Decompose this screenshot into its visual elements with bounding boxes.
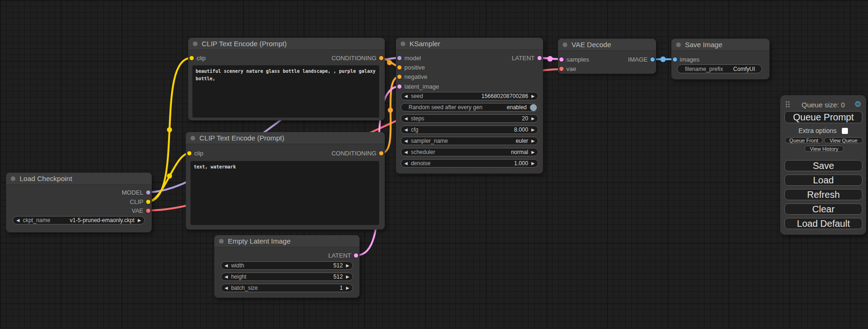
increment-icon[interactable]: ▶ — [531, 94, 535, 98]
latent-port-dot-icon[interactable] — [559, 57, 564, 62]
widget-height[interactable]: ◀ height 512 ▶ — [221, 273, 353, 281]
node-title-bar[interactable]: CLIP Text Encode (Prompt) — [188, 38, 385, 50]
widget-width[interactable]: ◀ width 512 ▶ — [221, 261, 353, 270]
latent-port-dot-icon[interactable] — [537, 56, 542, 60]
node-clip-text-encode-positive[interactable]: CLIP Text Encode (Prompt) clip CONDITION… — [188, 38, 385, 120]
decrement-icon[interactable]: ◀ — [225, 264, 228, 268]
node-vae-decode[interactable]: VAE Decode samples vae IMAGE — [558, 39, 656, 74]
decrement-icon[interactable]: ◀ — [16, 218, 20, 223]
collapse-dot-icon[interactable] — [563, 42, 567, 47]
input-port-vae[interactable]: vae — [559, 65, 576, 72]
load-default-button[interactable]: Load Default — [784, 218, 862, 229]
decrement-icon[interactable]: ◀ — [404, 161, 408, 166]
latent-port-dot-icon[interactable] — [354, 253, 358, 258]
collapse-dot-icon[interactable] — [401, 42, 405, 46]
link-midpoint-dot[interactable] — [167, 127, 172, 133]
decrement-icon[interactable]: ◀ — [404, 94, 408, 98]
node-load-checkpoint[interactable]: Load Checkpoint MODEL CLIP VAE ◀ ckpt_na… — [6, 173, 152, 232]
output-port-image[interactable]: IMAGE — [628, 56, 655, 63]
input-port-images[interactable]: images — [673, 56, 699, 63]
node-title-bar[interactable]: VAE Decode — [558, 39, 656, 51]
widget-scheduler[interactable]: ◀ scheduler normal ▶ — [401, 148, 538, 156]
output-port-latent[interactable]: LATENT — [328, 252, 358, 259]
input-port-samples[interactable]: samples — [559, 56, 589, 63]
collapse-dot-icon[interactable] — [219, 239, 224, 244]
input-port-clip[interactable]: clip — [190, 55, 206, 62]
decrement-icon[interactable]: ◀ — [404, 139, 408, 143]
node-title-bar[interactable]: Empty Latent Image — [214, 235, 360, 247]
latent-port-dot-icon[interactable] — [397, 84, 402, 89]
input-port-model[interactable]: model — [397, 55, 421, 62]
output-port-model[interactable]: MODEL — [122, 189, 150, 196]
vae-port-dot-icon[interactable] — [559, 67, 564, 71]
view-history-button[interactable]: View History — [804, 146, 844, 152]
input-port-latent-image[interactable]: latent_image — [397, 83, 439, 90]
input-port-negative[interactable]: negative — [397, 73, 427, 80]
output-port-vae[interactable]: VAE — [132, 207, 150, 214]
increment-icon[interactable]: ▶ — [346, 286, 349, 290]
link-midpoint-dot[interactable] — [547, 56, 553, 62]
collapse-dot-icon[interactable] — [676, 42, 681, 47]
link-midpoint-dot[interactable] — [387, 60, 392, 65]
widget-steps[interactable]: ◀ steps 20 ▶ — [401, 114, 538, 123]
image-port-dot-icon[interactable] — [650, 57, 655, 62]
load-button[interactable]: Load — [784, 175, 862, 186]
link-midpoint-dot[interactable] — [167, 174, 172, 179]
settings-gear-icon[interactable]: ⚙ — [854, 100, 861, 108]
decrement-icon[interactable]: ◀ — [404, 128, 408, 132]
widget-seed[interactable]: ◀ seed 156680208700286 ▶ — [401, 92, 538, 100]
output-port-conditioning[interactable]: CONDITIONING — [332, 150, 383, 157]
collapse-dot-icon[interactable] — [191, 136, 195, 140]
prompt-textarea[interactable]: beautiful scenery nature glass bottle la… — [192, 65, 379, 118]
clear-button[interactable]: Clear — [784, 203, 862, 215]
widget-sampler-name[interactable]: ◀ sampler_name euler ▶ — [401, 137, 538, 145]
output-port-clip[interactable]: CLIP — [130, 198, 150, 205]
view-queue-button[interactable]: View Queue — [824, 137, 863, 143]
collapse-dot-icon[interactable] — [193, 42, 198, 46]
node-title-bar[interactable]: CLIP Text Encode (Prompt) — [186, 132, 385, 144]
decrement-icon[interactable]: ◀ — [404, 150, 408, 154]
model-port-dot-icon[interactable] — [397, 56, 402, 60]
increment-icon[interactable]: ▶ — [531, 117, 535, 121]
conditioning-port-dot-icon[interactable] — [379, 56, 383, 60]
widget-ckpt-name[interactable]: ◀ ckpt_name v1-5-pruned-emaonly.ckpt ▶ — [13, 216, 145, 224]
collapse-dot-icon[interactable] — [11, 176, 15, 181]
input-port-positive[interactable]: positive — [397, 64, 425, 71]
conditioning-port-dot-icon[interactable] — [379, 151, 383, 155]
link-midpoint-dot[interactable] — [660, 56, 666, 62]
increment-icon[interactable]: ▶ — [346, 275, 349, 279]
prompt-textarea[interactable]: text, watermark — [191, 161, 379, 225]
widget-random-seed-toggle[interactable]: Random seed after every gen enabled — [401, 103, 538, 112]
decrement-icon[interactable]: ◀ — [225, 286, 228, 290]
model-port-dot-icon[interactable] — [146, 190, 150, 195]
node-save-image[interactable]: Save Image images filename_prefix ComfyU… — [671, 39, 769, 79]
node-ksampler[interactable]: KSampler model positive negative latent_… — [396, 38, 543, 174]
clip-port-dot-icon[interactable] — [190, 56, 194, 60]
node-title-bar[interactable]: Save Image — [671, 39, 769, 51]
extra-options-checkbox[interactable] — [842, 128, 848, 134]
node-title-bar[interactable]: Load Checkpoint — [6, 173, 152, 185]
refresh-button[interactable]: Refresh — [784, 189, 862, 200]
widget-batch-size[interactable]: ◀ batch_size 1 ▶ — [221, 284, 353, 292]
widget-cfg[interactable]: ◀ cfg 8.000 ▶ — [401, 126, 538, 134]
increment-icon[interactable]: ▶ — [531, 139, 535, 143]
decrement-icon[interactable]: ◀ — [404, 117, 408, 121]
node-clip-text-encode-negative[interactable]: CLIP Text Encode (Prompt) clip CONDITION… — [186, 132, 385, 230]
output-port-conditioning[interactable]: CONDITIONING — [332, 55, 383, 62]
node-title-bar[interactable]: KSampler — [396, 38, 543, 50]
queue-prompt-button[interactable]: Queue Prompt — [784, 111, 862, 123]
image-port-dot-icon[interactable] — [673, 57, 677, 62]
save-button[interactable]: Save — [784, 160, 862, 171]
node-empty-latent-image[interactable]: Empty Latent Image LATENT ◀ width 512 ▶ … — [214, 235, 360, 298]
increment-icon[interactable]: ▶ — [531, 128, 535, 132]
widget-filename-prefix[interactable]: filename_prefix ComfyUI — [677, 64, 762, 73]
conditioning-port-dot-icon[interactable] — [397, 65, 402, 70]
conditioning-port-dot-icon[interactable] — [397, 75, 402, 79]
decrement-icon[interactable]: ◀ — [225, 275, 228, 279]
clip-port-dot-icon[interactable] — [187, 151, 191, 155]
link-midpoint-dot[interactable] — [388, 108, 393, 113]
increment-icon[interactable]: ▶ — [531, 150, 535, 154]
clip-port-dot-icon[interactable] — [146, 200, 150, 204]
toggle-knob-icon[interactable] — [530, 104, 537, 111]
node-graph-canvas[interactable]: CLIP Text Encode (Prompt) clip CONDITION… — [0, 0, 868, 329]
